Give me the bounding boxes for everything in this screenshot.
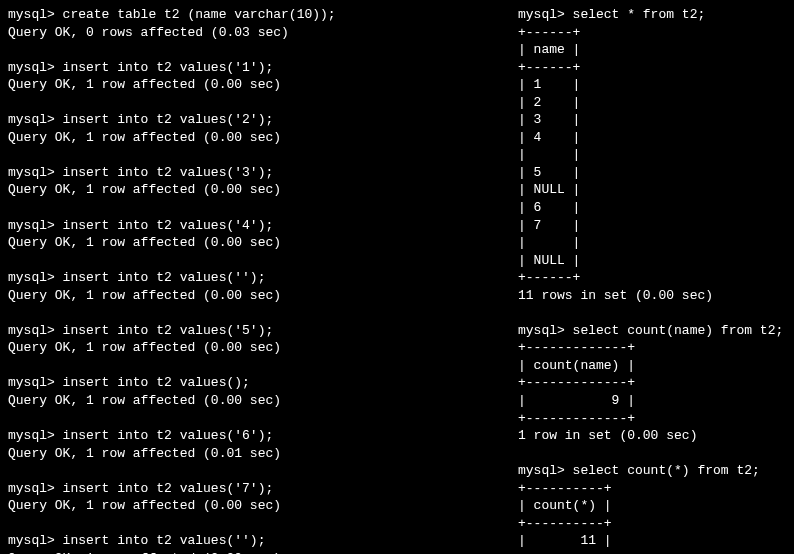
terminal-right-column: mysql> select * from t2; +------+ | name… [518,6,786,548]
terminal-left-column: mysql> create table t2 (name varchar(10)… [8,6,518,548]
left-output: mysql> create table t2 (name varchar(10)… [8,7,336,554]
right-output: mysql> select * from t2; +------+ | name… [518,7,783,554]
